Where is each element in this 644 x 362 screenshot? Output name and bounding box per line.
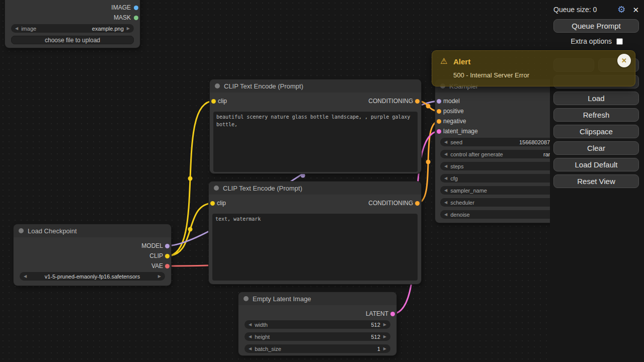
output-label-image: IMAGE [111,4,131,12]
collapse-dot-icon[interactable] [19,228,24,233]
clip-port-dot[interactable] [210,201,215,206]
collapse-dot-icon[interactable] [215,83,220,88]
prompt-textarea[interactable]: text, watermark [212,214,418,281]
height-widget[interactable]: ◀ height 512 ▶ [245,332,390,341]
latent-port-dot[interactable] [390,312,395,316]
node-header[interactable]: Empty Latent Image [238,292,396,305]
node-header[interactable]: CLIP Text Encode (Prompt) [209,182,421,195]
menu-header: Queue size: 0 ⚙ ✕ [553,3,639,16]
increment-icon[interactable]: ▶ [383,322,386,327]
output-label-mask: MASK [114,14,131,22]
input-label-clip: clip [217,199,226,207]
output-label-model: MODEL [141,242,163,250]
node-title: Empty Latent Image [253,295,311,303]
port-row: clip CONDITIONING [210,97,421,105]
input-label-positive: positive [443,107,464,115]
alert-toast: ⚠ Alert 500 - Internal Server Error ✕ [432,50,635,86]
load-default-button[interactable]: Load Default [553,158,639,171]
increment-icon[interactable]: ▶ [383,334,386,339]
increment-icon[interactable]: ▶ [127,26,130,31]
collapse-dot-icon[interactable] [244,296,249,301]
widget-value: 1566802087 [519,139,550,145]
conditioning-port-dot[interactable] [437,119,441,124]
conditioning-port-dot[interactable] [437,109,441,114]
node-header[interactable]: Load Checkpoint [14,224,171,237]
checkpoint-name-widget[interactable]: ◀ v1-5-pruned-emaonly-fp16.safetensors ▶ [20,272,165,281]
model-port-dot[interactable] [437,99,441,104]
reset-view-button[interactable]: Reset View [553,174,639,188]
clear-button[interactable]: Clear [553,141,639,155]
widget-value: 512 [371,322,380,328]
widget-label: height [255,334,270,340]
node-title: CLIP Text Encode (Prompt) [223,185,302,192]
node-clip-text-encode-negative[interactable]: CLIP Text Encode (Prompt) clip CONDITION… [209,182,421,284]
link-dot [426,104,431,109]
input-label-clip: clip [218,97,227,105]
conditioning-port-dot[interactable] [415,201,420,206]
decrement-icon[interactable]: ◀ [24,274,27,279]
output-label-conditioning: CONDITIONING [368,97,413,105]
widget-label: cfg [450,175,458,182]
widget-value: 512 [371,334,380,340]
latent-port-dot[interactable] [437,129,441,134]
input-label-negative: negative [443,117,466,125]
menu-close-icon[interactable]: ✕ [632,6,639,14]
collapse-dot-icon[interactable] [214,186,219,191]
node-header[interactable]: CLIP Text Encode (Prompt) [210,79,421,93]
decrement-icon[interactable]: ◀ [444,176,447,180]
port-row: clip CONDITIONING [209,199,421,207]
decrement-icon[interactable]: ◀ [444,164,447,168]
choose-file-button[interactable]: choose file to upload [11,36,134,44]
image-file-widget[interactable]: ◀ image example.png ▶ [11,24,134,33]
decrement-icon[interactable]: ◀ [444,140,447,144]
warning-icon: ⚠ [440,56,447,66]
alert-message: 500 - Internal Server Error [453,71,529,79]
widget-label: denoise [450,212,470,218]
refresh-button[interactable]: Refresh [553,108,639,122]
widget-label: seed [450,139,462,145]
decrement-icon[interactable]: ◀ [444,152,447,156]
input-label-latent-image: latent_image [443,127,478,135]
load-button[interactable]: Load [553,92,639,105]
clipspace-button[interactable]: Clipspace [553,125,639,138]
extra-options-label: Extra options [571,37,612,45]
width-widget[interactable]: ◀ width 512 ▶ [245,320,390,329]
prompt-textarea[interactable]: beautiful scenery nature glass bottle la… [213,112,418,172]
node-load-checkpoint[interactable]: Load Checkpoint MODEL CLIP VAE ◀ v1-5-pr… [14,224,171,286]
queue-prompt-button[interactable]: Queue Prompt [553,19,639,33]
extra-options-row: Extra options [553,37,639,46]
vae-port-dot[interactable] [165,264,170,268]
clip-port-dot[interactable] [165,254,170,258]
widget-label: scheduler [450,200,474,206]
increment-icon[interactable]: ▶ [158,274,161,279]
batch-size-widget[interactable]: ◀ batch_size 1 ▶ [245,344,390,353]
node-empty-latent-image[interactable]: Empty Latent Image LATENT ◀ width 512 ▶ … [238,292,396,355]
clip-port-dot[interactable] [211,99,216,104]
node-title: CLIP Text Encode (Prompt) [224,82,303,90]
decrement-icon[interactable]: ◀ [249,322,252,327]
decrement-icon[interactable]: ◀ [444,200,447,205]
increment-icon[interactable]: ▶ [383,346,386,351]
output-clip: CLIP [14,252,171,260]
settings-gear-icon[interactable]: ⚙ [617,5,625,14]
node-load-image[interactable]: IMAGE MASK ◀ image example.png ▶ choose … [5,0,140,48]
model-port-dot[interactable] [165,244,170,248]
link-dot [426,160,431,164]
alert-close-button[interactable]: ✕ [617,54,631,67]
image-port-dot[interactable] [134,6,138,10]
decrement-icon[interactable]: ◀ [249,334,252,339]
node-title: Load Checkpoint [28,227,77,235]
mask-port-dot[interactable] [134,16,138,20]
output-latent: LATENT [238,310,396,318]
widget-label: control after generate [450,151,503,157]
decrement-icon[interactable]: ◀ [249,346,252,351]
node-clip-text-encode-positive[interactable]: CLIP Text Encode (Prompt) clip CONDITION… [210,79,421,173]
conditioning-port-dot[interactable] [415,99,420,104]
node-graph-canvas[interactable]: IMAGE MASK ◀ image example.png ▶ choose … [0,0,644,362]
output-model: MODEL [14,242,171,250]
decrement-icon[interactable]: ◀ [444,212,447,217]
output-label-latent: LATENT [366,310,388,318]
extra-options-checkbox[interactable] [616,38,623,45]
decrement-icon[interactable]: ◀ [15,26,18,31]
decrement-icon[interactable]: ◀ [444,188,447,193]
